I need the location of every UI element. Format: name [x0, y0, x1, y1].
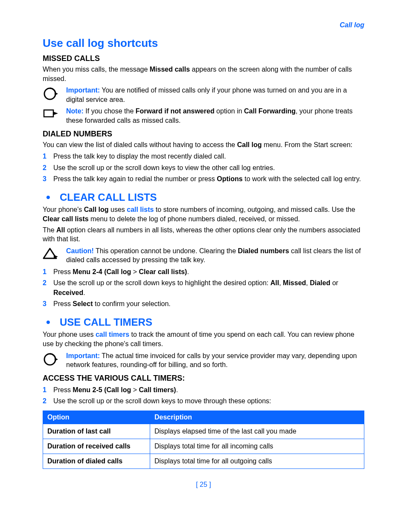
list-item: 2Use the scroll up or the scroll down ke… [43, 163, 364, 173]
list-item: 3Press the talk key again to redial the … [43, 174, 364, 184]
heading-clear-call-lists: CLEAR CALL LISTS [43, 191, 364, 203]
table-header-option: Option [43, 411, 150, 424]
svg-marker-7 [55, 358, 58, 361]
note-icon [43, 107, 62, 120]
list-item: 1Press the talk key to display the most … [43, 152, 364, 161]
table-row: Duration of last call Displays elapsed t… [43, 424, 364, 439]
important-icon [43, 87, 62, 101]
paragraph: The All option clears all numbers in all… [43, 226, 364, 244]
heading-shortcuts: Use call log shortcuts [43, 37, 364, 50]
table-header-description: Description [150, 411, 364, 424]
heading-use-call-timers: USE CALL TIMERS [43, 316, 364, 328]
subheading-missed-calls: MISSED CALLS [43, 54, 364, 63]
paragraph: When you miss calls, the message Missed … [43, 65, 364, 83]
list-item: 1Press Menu 2-4 (Call log > Clear call l… [43, 267, 364, 277]
caution-icon [43, 247, 62, 261]
page-number: [ 25 ] [43, 481, 364, 489]
paragraph: Your phone's Call log uses call lists to… [43, 205, 364, 223]
list-item: 1Press Menu 2-5 (Call log > Call timers)… [43, 385, 364, 395]
paragraph: Your phone uses call timers to track the… [43, 330, 364, 348]
note-callout: Note: If you chose the Forward if not an… [43, 107, 364, 125]
subheading-access-timers: ACCESS THE VARIOUS CALL TIMERS: [43, 374, 364, 383]
important-callout: Important: You are notified of missed ca… [43, 86, 364, 104]
list-item: 2Use the scroll up or the scroll down ke… [43, 396, 364, 406]
page: Call log Use call log shortcuts MISSED C… [0, 0, 407, 506]
svg-marker-1 [55, 92, 58, 95]
svg-rect-2 [44, 110, 53, 117]
caution-callout: Caution! This operation cannot be undone… [43, 246, 364, 265]
table-row: Duration of received calls Displays tota… [43, 439, 364, 454]
timers-table: Option Description Duration of last call… [43, 411, 364, 469]
important-icon [43, 352, 62, 367]
svg-marker-3 [53, 112, 58, 115]
subheading-dialed-numbers: DIALED NUMBERS [43, 130, 364, 139]
list-item: 2Use the scroll up or the scroll down ke… [43, 278, 364, 298]
clear-steps: 1Press Menu 2-4 (Call log > Clear call l… [43, 267, 364, 309]
dialed-steps: 1Press the talk key to display the most … [43, 152, 364, 184]
table-row: Duration of dialed calls Displays total … [43, 454, 364, 468]
timer-steps: 1Press Menu 2-5 (Call log > Call timers)… [43, 385, 364, 406]
paragraph: You can view the list of dialed calls wi… [43, 140, 364, 150]
important-callout: Important: The actual time invoiced for … [43, 351, 364, 370]
list-item: 3Press Select to confirm your selection. [43, 299, 364, 309]
section-header: Call log [43, 21, 364, 29]
